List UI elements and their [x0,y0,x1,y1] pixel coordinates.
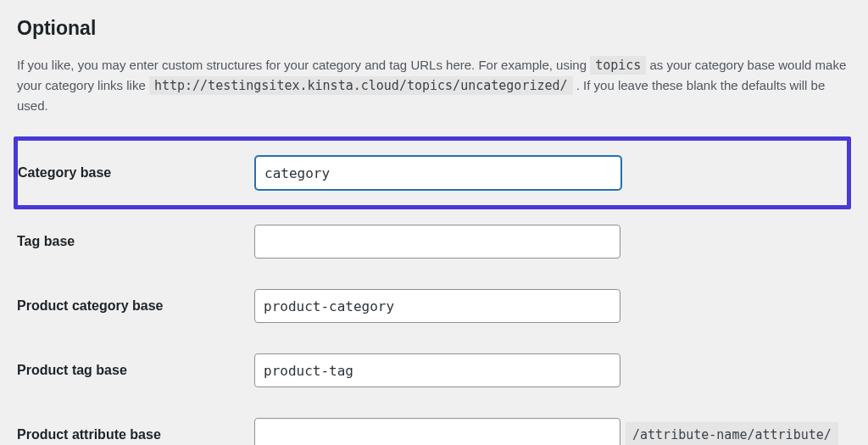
product-category-base-row: Product category base [17,274,851,338]
product-category-base-input-cell [254,289,851,323]
product-attribute-base-input-cell: /attribute-name/attribute/ [254,418,851,445]
product-attribute-base-label: Product attribute base [17,427,254,442]
category-base-input[interactable] [255,156,621,190]
description-code-url: http://testingsitex.kinsta.cloud/topics/… [149,76,573,95]
product-tag-base-input[interactable] [254,353,620,387]
section-heading: Optional [17,17,851,40]
section-description: If you like, you may enter custom struct… [17,55,851,116]
product-attribute-base-suffix: /attribute-name/attribute/ [626,422,838,445]
description-code-topics: topics [590,56,646,75]
category-base-row: Category base [14,136,851,209]
tag-base-label: Tag base [17,234,254,249]
product-tag-base-label: Product tag base [17,363,254,378]
tag-base-input-cell [254,225,851,259]
product-category-base-label: Product category base [17,298,254,314]
product-attribute-base-input[interactable] [254,418,620,445]
category-base-label: Category base [18,165,255,181]
tag-base-row: Tag base [17,209,851,274]
product-tag-base-input-cell [254,353,851,387]
product-attribute-base-row: Product attribute base /attribute-name/a… [17,403,851,445]
permalink-form: Category base Tag base Product category … [17,136,851,445]
description-text-pre: If you like, you may enter custom struct… [17,58,590,72]
product-tag-base-row: Product tag base [17,338,851,403]
category-base-input-cell [255,156,840,190]
tag-base-input[interactable] [254,225,620,259]
product-category-base-input[interactable] [254,289,620,323]
